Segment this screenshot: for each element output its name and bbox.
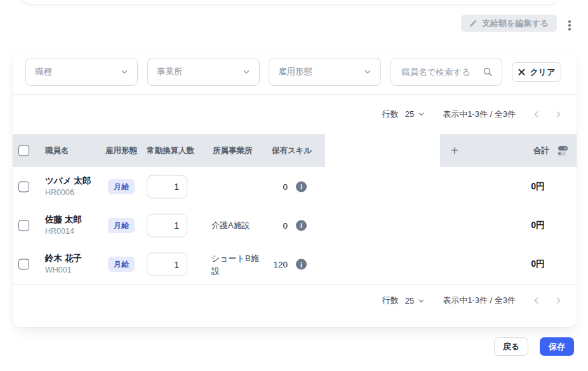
clear-label: クリア (530, 67, 556, 78)
pagination-top: 行数 25 表示中1-3件 / 全3件 (382, 94, 563, 134)
header-total: 合計 (533, 145, 549, 156)
chevron-down-icon (243, 68, 250, 76)
header-fte: 常勤換算人数 (147, 134, 194, 167)
info-icon[interactable]: i (296, 220, 307, 231)
employee-search (391, 58, 502, 86)
employee-name: 鈴木 花子 (45, 253, 82, 264)
table-header-right: + 合計 (440, 134, 577, 167)
office-placeholder: 事業所 (157, 66, 183, 78)
employee-cell: ツバメ 太郎 HR0006 (45, 175, 91, 198)
x-icon (518, 69, 525, 76)
chevron-down-icon[interactable] (418, 111, 425, 118)
table-row: ツバメ 太郎 HR0006 月給 0 i 0円 (13, 167, 577, 206)
employee-code: HR0014 (45, 226, 82, 237)
chevron-left-icon[interactable] (532, 296, 541, 305)
table-header: 職員名 雇用形態 常勤換算人数 所属事業所 保有スキル + 合計 (13, 134, 577, 167)
fte-input[interactable] (147, 213, 187, 237)
skill-count: 0 (257, 220, 288, 230)
chevron-down-icon (121, 68, 128, 76)
header-employment-type: 雇用形態 (105, 134, 137, 167)
employment-badge: 月給 (108, 257, 135, 272)
rows-per-page-label: 行数 (382, 295, 399, 306)
select-all-checkbox[interactable] (18, 145, 29, 156)
row-checkbox[interactable] (18, 259, 29, 270)
office-select[interactable]: 事業所 (147, 58, 260, 86)
info-icon[interactable]: i (296, 181, 307, 192)
chevron-left-icon[interactable] (532, 110, 541, 119)
chevron-right-icon[interactable] (554, 296, 563, 305)
row-checkbox[interactable] (18, 181, 29, 192)
rows-per-page-value: 25 (405, 109, 414, 119)
employee-cell: 鈴木 花子 WH001 (45, 253, 82, 276)
total-cell: 0円 (531, 220, 545, 231)
employment-badge: 月給 (108, 179, 135, 194)
header-office: 所属事業所 (213, 134, 253, 167)
employee-cell: 佐藤 太郎 HR0014 (45, 213, 82, 236)
search-icon (483, 67, 493, 77)
chevron-down-icon[interactable] (418, 297, 425, 304)
toggles-icon[interactable] (556, 145, 569, 156)
employment-type-placeholder: 雇用形態 (278, 66, 312, 78)
header-skills: 保有スキル (272, 134, 312, 167)
clear-filters-button[interactable]: クリア (512, 62, 561, 82)
row-checkbox[interactable] (18, 220, 29, 231)
header-employee-name: 職員名 (45, 134, 69, 167)
pagination-range-text: 表示中1-3件 / 全3件 (443, 109, 516, 120)
chevron-down-icon (364, 68, 371, 76)
kebab-menu-icon[interactable] (566, 20, 573, 31)
job-type-select[interactable]: 職種 (25, 58, 138, 86)
edit-amount-button[interactable]: 支給額を編集する (461, 15, 557, 32)
edit-amount-label: 支給額を編集する (482, 18, 549, 29)
table-header-left: 職員名 雇用形態 常勤換算人数 所属事業所 保有スキル (13, 134, 325, 167)
add-column-button[interactable]: + (451, 144, 458, 157)
table-row: 鈴木 花子 WH001 月給 ショートB施設 120 i 0円 (13, 245, 577, 284)
total-cell: 0円 (531, 181, 545, 192)
job-type-placeholder: 職種 (35, 66, 52, 78)
employment-type-select[interactable]: 雇用形態 (269, 58, 381, 86)
employee-name: ツバメ 太郎 (45, 175, 91, 186)
skill-count: 120 (257, 260, 288, 269)
table-row: 佐藤 太郎 HR0014 月給 介護A施設 0 i 0円 (13, 206, 577, 245)
search-input[interactable] (400, 67, 478, 78)
info-icon[interactable]: i (296, 259, 307, 270)
back-button[interactable]: 戻る (494, 337, 528, 356)
pagination-range-text: 表示中1-3件 / 全3件 (443, 295, 516, 306)
chevron-right-icon[interactable] (554, 110, 563, 119)
rows-per-page-value: 25 (405, 296, 414, 306)
table-body: ツバメ 太郎 HR0006 月給 0 i 0円 佐藤 太郎 HR0014 月給 … (13, 167, 577, 284)
employment-badge: 月給 (108, 218, 135, 233)
page: 支給額を編集する 職種 事業所 雇用形態 (0, 0, 588, 371)
save-button[interactable]: 保存 (540, 337, 574, 356)
pagination-bottom: 行数 25 表示中1-3件 / 全3件 (382, 285, 563, 316)
skill-count: 0 (257, 182, 288, 191)
pencil-icon (469, 19, 478, 27)
fte-input[interactable] (147, 253, 187, 276)
employee-name: 佐藤 太郎 (45, 213, 82, 225)
fte-input[interactable] (147, 175, 187, 198)
rows-per-page-label: 行数 (382, 109, 399, 120)
total-cell: 0円 (531, 259, 545, 270)
employee-code: WH001 (45, 264, 82, 276)
employee-pay-card: 職種 事業所 雇用形態 クリア (13, 50, 577, 327)
employee-code: HR0006 (45, 187, 91, 198)
top-card-edge (20, 0, 560, 4)
